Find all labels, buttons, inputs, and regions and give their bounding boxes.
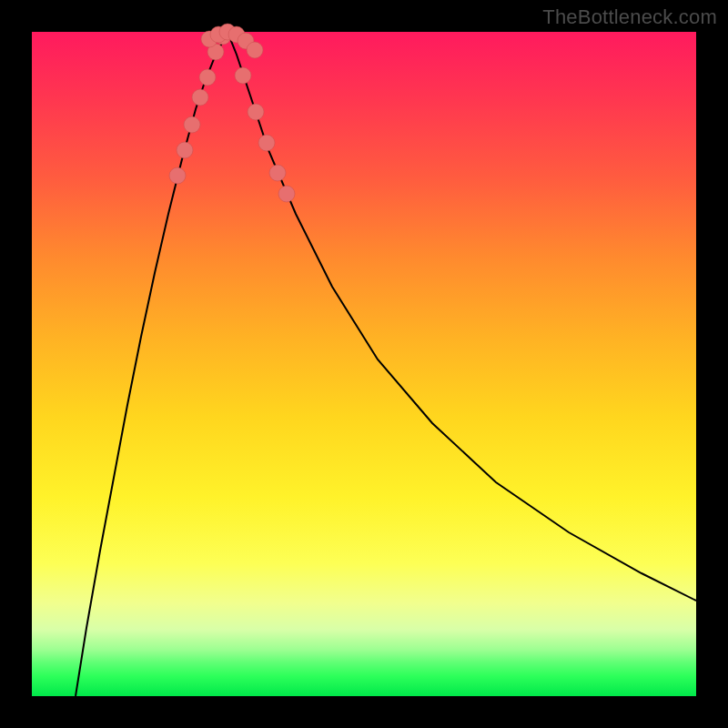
data-marker [184, 116, 200, 133]
curve-layer [32, 32, 696, 696]
data-marker [169, 167, 186, 184]
data-marker [258, 135, 275, 151]
data-marker [235, 67, 251, 84]
data-marker [269, 165, 286, 181]
data-marker [278, 186, 295, 202]
curve-right-branch [228, 32, 696, 601]
chart-frame: TheBottleneck.com [0, 0, 728, 728]
data-marker [248, 104, 264, 120]
data-marker [247, 42, 263, 58]
plot-area [32, 32, 696, 696]
data-marker [199, 69, 216, 86]
data-marker [192, 89, 208, 106]
data-marker [177, 142, 193, 158]
curve-left-branch [76, 32, 228, 696]
marker-layer [169, 24, 295, 202]
watermark-text: TheBottleneck.com [542, 5, 717, 29]
